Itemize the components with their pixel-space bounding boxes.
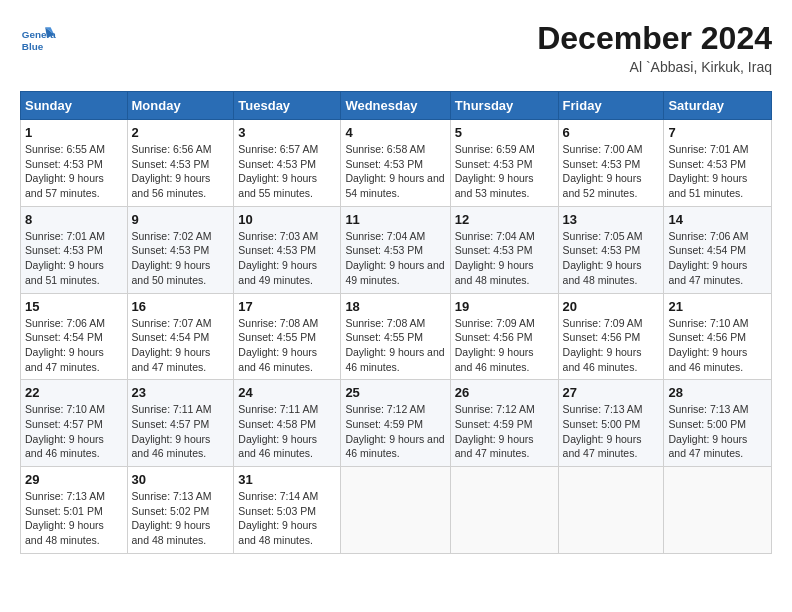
calendar-cell [450, 467, 558, 554]
day-number: 24 [238, 385, 336, 400]
calendar-cell: 25Sunrise: 7:12 AMSunset: 4:59 PMDayligh… [341, 380, 450, 467]
calendar-cell: 24Sunrise: 7:11 AMSunset: 4:58 PMDayligh… [234, 380, 341, 467]
day-number: 30 [132, 472, 230, 487]
day-detail: Sunrise: 7:07 AMSunset: 4:54 PMDaylight:… [132, 317, 212, 373]
day-number: 9 [132, 212, 230, 227]
day-detail: Sunrise: 7:09 AMSunset: 4:56 PMDaylight:… [563, 317, 643, 373]
svg-text:Blue: Blue [22, 41, 44, 52]
calendar-cell: 8Sunrise: 7:01 AMSunset: 4:53 PMDaylight… [21, 206, 128, 293]
calendar-header: SundayMondayTuesdayWednesdayThursdayFrid… [21, 92, 772, 120]
logo: General Blue [20, 20, 56, 56]
calendar-cell: 4Sunrise: 6:58 AMSunset: 4:53 PMDaylight… [341, 120, 450, 207]
calendar-cell [664, 467, 772, 554]
day-detail: Sunrise: 6:56 AMSunset: 4:53 PMDaylight:… [132, 143, 212, 199]
header-cell-wednesday: Wednesday [341, 92, 450, 120]
calendar-cell: 13Sunrise: 7:05 AMSunset: 4:53 PMDayligh… [558, 206, 664, 293]
calendar-cell: 15Sunrise: 7:06 AMSunset: 4:54 PMDayligh… [21, 293, 128, 380]
day-number: 1 [25, 125, 123, 140]
calendar-cell: 6Sunrise: 7:00 AMSunset: 4:53 PMDaylight… [558, 120, 664, 207]
day-number: 4 [345, 125, 445, 140]
day-number: 7 [668, 125, 767, 140]
day-detail: Sunrise: 6:55 AMSunset: 4:53 PMDaylight:… [25, 143, 105, 199]
header-cell-sunday: Sunday [21, 92, 128, 120]
calendar-cell: 12Sunrise: 7:04 AMSunset: 4:53 PMDayligh… [450, 206, 558, 293]
day-number: 25 [345, 385, 445, 400]
day-number: 6 [563, 125, 660, 140]
day-detail: Sunrise: 7:06 AMSunset: 4:54 PMDaylight:… [668, 230, 748, 286]
day-number: 20 [563, 299, 660, 314]
calendar-cell: 19Sunrise: 7:09 AMSunset: 4:56 PMDayligh… [450, 293, 558, 380]
calendar-table: SundayMondayTuesdayWednesdayThursdayFrid… [20, 91, 772, 554]
header-cell-tuesday: Tuesday [234, 92, 341, 120]
day-detail: Sunrise: 7:00 AMSunset: 4:53 PMDaylight:… [563, 143, 643, 199]
logo-icon: General Blue [20, 20, 56, 56]
day-number: 26 [455, 385, 554, 400]
day-detail: Sunrise: 7:04 AMSunset: 4:53 PMDaylight:… [455, 230, 535, 286]
header-cell-friday: Friday [558, 92, 664, 120]
day-number: 18 [345, 299, 445, 314]
calendar-cell: 9Sunrise: 7:02 AMSunset: 4:53 PMDaylight… [127, 206, 234, 293]
calendar-week-3: 15Sunrise: 7:06 AMSunset: 4:54 PMDayligh… [21, 293, 772, 380]
calendar-cell: 2Sunrise: 6:56 AMSunset: 4:53 PMDaylight… [127, 120, 234, 207]
day-detail: Sunrise: 7:12 AMSunset: 4:59 PMDaylight:… [455, 403, 535, 459]
day-number: 28 [668, 385, 767, 400]
day-number: 31 [238, 472, 336, 487]
calendar-cell: 23Sunrise: 7:11 AMSunset: 4:57 PMDayligh… [127, 380, 234, 467]
day-detail: Sunrise: 7:11 AMSunset: 4:58 PMDaylight:… [238, 403, 318, 459]
day-number: 23 [132, 385, 230, 400]
calendar-cell: 29Sunrise: 7:13 AMSunset: 5:01 PMDayligh… [21, 467, 128, 554]
day-number: 22 [25, 385, 123, 400]
day-number: 19 [455, 299, 554, 314]
calendar-week-4: 22Sunrise: 7:10 AMSunset: 4:57 PMDayligh… [21, 380, 772, 467]
calendar-cell: 27Sunrise: 7:13 AMSunset: 5:00 PMDayligh… [558, 380, 664, 467]
day-number: 13 [563, 212, 660, 227]
day-detail: Sunrise: 6:59 AMSunset: 4:53 PMDaylight:… [455, 143, 535, 199]
day-detail: Sunrise: 7:14 AMSunset: 5:03 PMDaylight:… [238, 490, 318, 546]
header-cell-thursday: Thursday [450, 92, 558, 120]
calendar-cell: 3Sunrise: 6:57 AMSunset: 4:53 PMDaylight… [234, 120, 341, 207]
day-number: 3 [238, 125, 336, 140]
title-block: December 2024 Al `Abbasi, Kirkuk, Iraq [537, 20, 772, 75]
day-number: 21 [668, 299, 767, 314]
calendar-cell: 30Sunrise: 7:13 AMSunset: 5:02 PMDayligh… [127, 467, 234, 554]
day-detail: Sunrise: 7:02 AMSunset: 4:53 PMDaylight:… [132, 230, 212, 286]
day-detail: Sunrise: 7:10 AMSunset: 4:56 PMDaylight:… [668, 317, 748, 373]
day-detail: Sunrise: 7:13 AMSunset: 5:01 PMDaylight:… [25, 490, 105, 546]
day-number: 14 [668, 212, 767, 227]
calendar-cell: 21Sunrise: 7:10 AMSunset: 4:56 PMDayligh… [664, 293, 772, 380]
day-detail: Sunrise: 7:04 AMSunset: 4:53 PMDaylight:… [345, 230, 444, 286]
day-number: 5 [455, 125, 554, 140]
calendar-body: 1Sunrise: 6:55 AMSunset: 4:53 PMDaylight… [21, 120, 772, 554]
day-detail: Sunrise: 7:05 AMSunset: 4:53 PMDaylight:… [563, 230, 643, 286]
calendar-cell: 26Sunrise: 7:12 AMSunset: 4:59 PMDayligh… [450, 380, 558, 467]
calendar-cell [558, 467, 664, 554]
day-detail: Sunrise: 6:57 AMSunset: 4:53 PMDaylight:… [238, 143, 318, 199]
day-detail: Sunrise: 7:10 AMSunset: 4:57 PMDaylight:… [25, 403, 105, 459]
calendar-cell: 20Sunrise: 7:09 AMSunset: 4:56 PMDayligh… [558, 293, 664, 380]
day-detail: Sunrise: 7:13 AMSunset: 5:02 PMDaylight:… [132, 490, 212, 546]
day-detail: Sunrise: 7:01 AMSunset: 4:53 PMDaylight:… [25, 230, 105, 286]
calendar-week-5: 29Sunrise: 7:13 AMSunset: 5:01 PMDayligh… [21, 467, 772, 554]
calendar-week-2: 8Sunrise: 7:01 AMSunset: 4:53 PMDaylight… [21, 206, 772, 293]
calendar-week-1: 1Sunrise: 6:55 AMSunset: 4:53 PMDaylight… [21, 120, 772, 207]
calendar-cell: 18Sunrise: 7:08 AMSunset: 4:55 PMDayligh… [341, 293, 450, 380]
calendar-cell: 16Sunrise: 7:07 AMSunset: 4:54 PMDayligh… [127, 293, 234, 380]
calendar-cell: 22Sunrise: 7:10 AMSunset: 4:57 PMDayligh… [21, 380, 128, 467]
day-detail: Sunrise: 7:13 AMSunset: 5:00 PMDaylight:… [668, 403, 748, 459]
header-cell-saturday: Saturday [664, 92, 772, 120]
day-number: 15 [25, 299, 123, 314]
calendar-cell: 14Sunrise: 7:06 AMSunset: 4:54 PMDayligh… [664, 206, 772, 293]
calendar-cell: 1Sunrise: 6:55 AMSunset: 4:53 PMDaylight… [21, 120, 128, 207]
day-number: 10 [238, 212, 336, 227]
day-detail: Sunrise: 7:09 AMSunset: 4:56 PMDaylight:… [455, 317, 535, 373]
day-number: 8 [25, 212, 123, 227]
day-detail: Sunrise: 7:03 AMSunset: 4:53 PMDaylight:… [238, 230, 318, 286]
day-detail: Sunrise: 7:08 AMSunset: 4:55 PMDaylight:… [238, 317, 318, 373]
calendar-header-row: SundayMondayTuesdayWednesdayThursdayFrid… [21, 92, 772, 120]
day-detail: Sunrise: 6:58 AMSunset: 4:53 PMDaylight:… [345, 143, 444, 199]
main-title: December 2024 [537, 20, 772, 57]
day-number: 12 [455, 212, 554, 227]
day-detail: Sunrise: 7:11 AMSunset: 4:57 PMDaylight:… [132, 403, 212, 459]
day-number: 2 [132, 125, 230, 140]
day-number: 17 [238, 299, 336, 314]
